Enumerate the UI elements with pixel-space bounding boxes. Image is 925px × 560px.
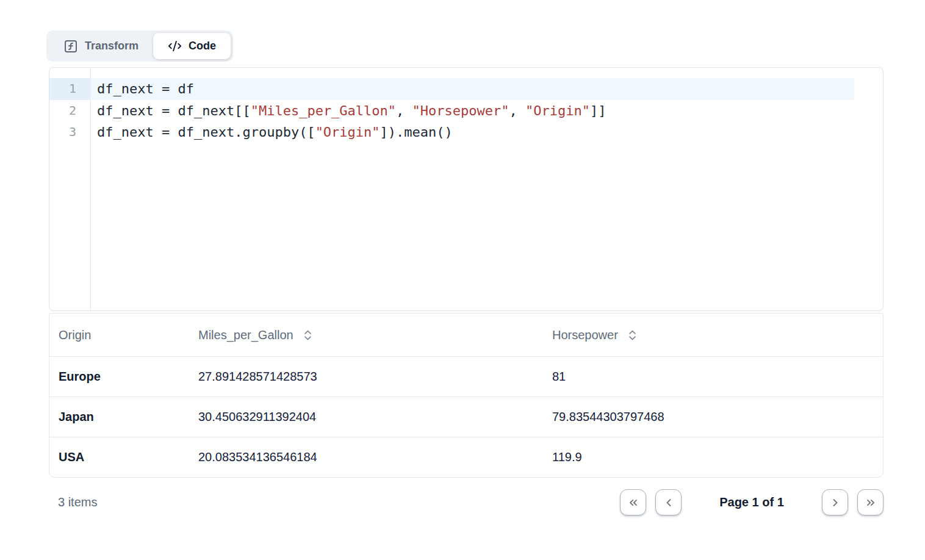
- code-lines: 1 df_next = df 2 df_next = df_next[["Mil…: [49, 68, 883, 143]
- table-row: Japan 30.450632911392404 79.835443037974…: [49, 397, 884, 437]
- chevron-right-icon: [829, 497, 841, 509]
- first-page-button[interactable]: [620, 489, 646, 515]
- previous-page-button[interactable]: [655, 489, 682, 515]
- table-row: Europe 27.891428571428573 81: [49, 357, 884, 397]
- code-text: df_next = df_next[["Miles_per_Gallon", "…: [91, 100, 606, 122]
- cell-horsepower: 81: [543, 357, 884, 397]
- results-table: Origin Miles_per_Gallon Horsepower: [49, 313, 884, 478]
- cell-horsepower: 119.9: [543, 437, 884, 478]
- chevron-left-icon: [663, 497, 675, 509]
- chevrons-up-down-icon[interactable]: [301, 329, 314, 342]
- last-page-button[interactable]: [857, 489, 884, 515]
- table-row: USA 20.083534136546184 119.9: [49, 437, 884, 478]
- pagination: Page 1 of 1: [620, 489, 884, 515]
- line-number: 3: [49, 121, 91, 143]
- chevrons-up-down-icon[interactable]: [626, 329, 639, 342]
- code-text: df_next = df_next.groupby(["Origin"]).me…: [91, 121, 453, 143]
- cell-horsepower: 79.83544303797468: [543, 397, 884, 437]
- items-count: 3 items: [49, 495, 97, 509]
- cell-origin: Japan: [49, 397, 189, 437]
- line-number: 2: [49, 100, 91, 122]
- cell-mpg: 27.891428571428573: [189, 357, 543, 397]
- column-header-horsepower[interactable]: Horsepower: [543, 313, 884, 357]
- table-footer: 3 items Page 1 of 1: [49, 489, 884, 515]
- code-line-2: 2 df_next = df_next[["Miles_per_Gallon",…: [49, 100, 883, 122]
- code-line-3: 3 df_next = df_next.groupby(["Origin"]).…: [49, 121, 883, 143]
- chevrons-right-icon: [865, 497, 877, 509]
- code-editor[interactable]: 1 df_next = df 2 df_next = df_next[["Mil…: [49, 67, 884, 311]
- line-number: 1: [49, 78, 91, 100]
- code-text: df_next = df: [91, 78, 194, 100]
- tab-code[interactable]: Code: [153, 33, 231, 59]
- tab-transform[interactable]: Transform: [49, 33, 153, 59]
- function-square-icon: [63, 39, 78, 54]
- page-indicator: Page 1 of 1: [716, 495, 787, 509]
- code-icon: [168, 39, 182, 53]
- table-header-row: Origin Miles_per_Gallon Horsepower: [49, 313, 884, 357]
- cell-mpg: 20.083534136546184: [189, 437, 543, 478]
- cell-mpg: 30.450632911392404: [189, 397, 543, 437]
- chevrons-left-icon: [627, 497, 639, 509]
- column-header-miles-per-gallon[interactable]: Miles_per_Gallon: [189, 313, 543, 357]
- column-header-origin: Origin: [49, 313, 189, 357]
- tab-transform-label: Transform: [85, 40, 139, 52]
- cell-origin: Europe: [49, 357, 189, 397]
- next-page-button[interactable]: [822, 489, 848, 515]
- tab-code-label: Code: [189, 40, 216, 52]
- code-line-1: 1 df_next = df: [49, 78, 854, 100]
- view-toggle: Transform Code: [46, 31, 233, 62]
- cell-origin: USA: [49, 437, 189, 478]
